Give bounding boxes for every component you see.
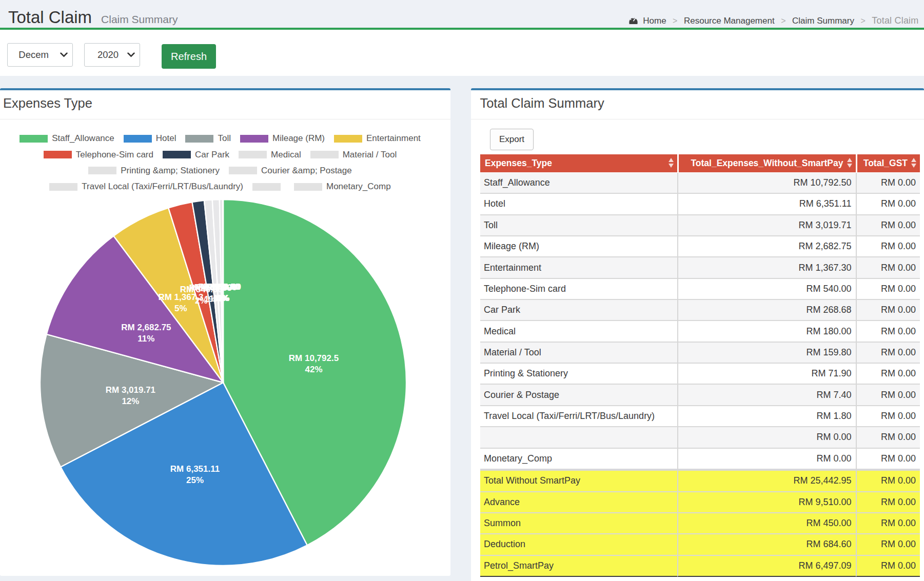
svg-text:25%: 25%	[186, 475, 204, 485]
svg-text:0%: 0%	[217, 293, 230, 303]
svg-text:11%: 11%	[137, 334, 154, 344]
svg-text:5%: 5%	[174, 304, 187, 313]
svg-text:RM 6,351.11: RM 6,351.11	[170, 464, 220, 474]
svg-text:RM 3,019.71: RM 3,019.71	[106, 385, 155, 395]
svg-text:RM 0.00: RM 0.00	[207, 282, 240, 292]
svg-text:12%: 12%	[122, 396, 139, 406]
svg-text:42%: 42%	[305, 365, 322, 374]
svg-text:RM 10,792.5: RM 10,792.5	[289, 353, 339, 363]
svg-text:RM 2,682.75: RM 2,682.75	[121, 323, 171, 332]
